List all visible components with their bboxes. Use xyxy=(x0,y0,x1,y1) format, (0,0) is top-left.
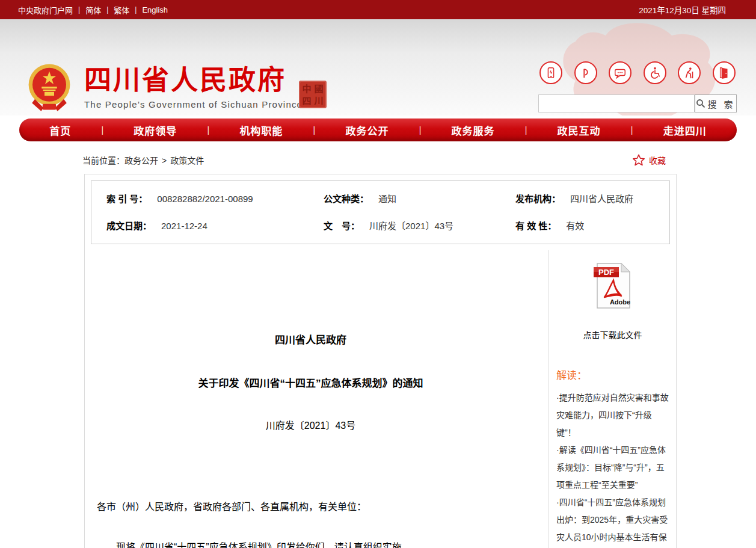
seal-char: 四 xyxy=(302,96,311,105)
meta-value: 川府发〔2021〕43号 xyxy=(369,219,453,232)
svg-text:PDF: PDF xyxy=(598,268,614,277)
separator: | xyxy=(106,5,108,14)
main-navigation: 首页 | 政府领导 | 机构职能 | 政务公开 | 政务服务 | 政民互动 | … xyxy=(19,119,737,141)
site-identity: 四川省人民政府 The People’s Government of Sichu… xyxy=(84,66,303,109)
meta-document-number: 文 号： 川府发〔2021〕43号 xyxy=(324,219,515,232)
elderly-mode-icon[interactable] xyxy=(678,61,701,84)
p-media-platform-icon[interactable] xyxy=(574,61,597,84)
nav-item-org-functions[interactable]: 机构职能 xyxy=(239,123,283,138)
pdf-download-link[interactable]: PDF Adobe xyxy=(556,262,669,312)
national-emblem-logo xyxy=(25,61,73,112)
breadcrumb: 当前位置：政务公开>政策文件 xyxy=(82,154,204,166)
separator: | xyxy=(419,125,422,135)
nav-item-about-sichuan[interactable]: 走进四川 xyxy=(663,123,707,138)
topbar-links: 中央政府门户网 | 简体 | 繁体 | English xyxy=(18,4,168,16)
favorite-button[interactable]: 收藏 xyxy=(632,153,666,167)
separator: | xyxy=(101,125,103,135)
separator: | xyxy=(313,125,316,135)
meta-label: 公文种类： xyxy=(324,192,369,205)
document-body: 四川省人民政府 关于印发《四川省“十四五”应急体系规划》的通知 川府发〔2021… xyxy=(85,250,549,548)
meta-value: 四川省人民政府 xyxy=(570,192,633,205)
meta-label: 发布机构： xyxy=(515,192,561,205)
site-title: 四川省人民政府 xyxy=(84,66,303,94)
interpretation-links: ·提升防范应对自然灾害和事故灾难能力，四川按下“升级键”！ ·解读《四川省“十四… xyxy=(556,389,669,548)
mobile-version-icon[interactable] xyxy=(539,61,562,84)
header-icon-row xyxy=(538,61,737,84)
meta-document-type: 公文种类： 通知 xyxy=(324,192,515,205)
meta-value: 008282882/2021-00899 xyxy=(157,194,253,204)
document-metadata-table: 索 引 号： 008282882/2021-00899 公文种类： 通知 发布机… xyxy=(91,180,670,244)
nav-item-home[interactable]: 首页 xyxy=(49,123,71,138)
meta-label: 成文日期： xyxy=(106,219,152,232)
download-file-label[interactable]: 点击下载此文件 xyxy=(556,328,669,340)
nav-item-gov-leaders[interactable]: 政府领导 xyxy=(134,123,177,138)
nav-item-gov-services[interactable]: 政务服务 xyxy=(452,123,495,138)
separator: | xyxy=(78,5,80,14)
document-sidebar: PDF Adobe 点击下载此文件 解读： ·提升防范应对自然灾害和事故灾难能力… xyxy=(549,250,676,548)
link-english[interactable]: English xyxy=(142,5,168,14)
document-org-title: 四川省人民政府 xyxy=(97,331,524,346)
interpretation-link[interactable]: ·四川省“十四五”应急体系规划出炉：到2025年，重大灾害受灾人员10小时内基本… xyxy=(556,494,669,548)
top-utility-bar: 中央政府门户网 | 简体 | 繁体 | English 2021年12月30日 … xyxy=(0,0,756,19)
meta-label: 有 效 性： xyxy=(515,219,556,232)
link-traditional-chinese[interactable]: 繁体 xyxy=(114,4,129,16)
accessibility-wheelchair-icon[interactable] xyxy=(644,61,666,84)
breadcrumb-label: 当前位置： xyxy=(82,156,124,165)
door-exit-icon[interactable] xyxy=(713,61,736,84)
breadcrumb-link-gov-disclosure[interactable]: 政务公开 xyxy=(124,156,158,165)
star-icon xyxy=(632,153,645,167)
site-header: 四川省人民政府 The People’s Government of Sichu… xyxy=(0,19,756,115)
separator: | xyxy=(631,125,633,135)
svg-text:Adobe: Adobe xyxy=(609,298,630,306)
document-number: 川府发〔2021〕43号 xyxy=(97,417,524,432)
meta-label: 文 号： xyxy=(324,219,360,232)
separator: | xyxy=(135,5,137,14)
document-title: 关于印发《四川省“十四五”应急体系规划》的通知 xyxy=(97,375,524,390)
meta-issue-date: 成文日期： 2021-12-24 xyxy=(91,219,324,232)
meta-validity: 有 效 性： 有效 xyxy=(515,219,669,232)
document-paragraph: 各市（州）人民政府，省政府各部门、各直属机构，有关单位： xyxy=(97,500,524,514)
meta-label: 索 引 号： xyxy=(106,192,147,205)
meta-value: 通知 xyxy=(378,192,396,205)
document-paragraph: 现将《四川省“十四五”应急体系规划》印发给你们，请认真组织实施。 xyxy=(97,541,524,548)
document-card: 索 引 号： 008282882/2021-00899 公文种类： 通知 发布机… xyxy=(84,174,677,548)
interpretation-link[interactable]: ·解读《四川省“十四五”应急体系规划》：目标“降”与“升”，五项重点工程“至关重… xyxy=(556,442,669,494)
link-central-gov-portal[interactable]: 中央政府门户网 xyxy=(18,4,73,16)
site-search: 搜 索 xyxy=(538,94,737,112)
breadcrumb-separator: > xyxy=(162,156,167,165)
interpretation-link[interactable]: ·提升防范应对自然灾害和事故灾难能力，四川按下“升级键”！ xyxy=(556,389,669,442)
seal-char: 國 xyxy=(314,84,323,93)
search-icon xyxy=(696,99,705,108)
interpretation-section-title: 解读： xyxy=(556,367,669,382)
site-subtitle-english: The People’s Government of Sichuan Provi… xyxy=(84,99,303,109)
seal-char: 中 xyxy=(302,84,311,93)
meta-value: 2021-12-24 xyxy=(161,221,207,231)
pdf-file-icon: PDF Adobe xyxy=(594,262,632,309)
search-button-label: 搜 索 xyxy=(707,97,735,110)
favorite-label: 收藏 xyxy=(649,154,666,166)
nav-item-public-interaction[interactable]: 政民互动 xyxy=(558,123,601,138)
link-simplified-chinese[interactable]: 简体 xyxy=(85,4,101,16)
search-input[interactable] xyxy=(538,94,695,112)
meta-value: 有效 xyxy=(566,219,584,232)
meta-index-number: 索 引 号： 008282882/2021-00899 xyxy=(91,192,324,205)
china-sichuan-seal: 中 國 四 川 xyxy=(299,81,327,108)
search-button[interactable]: 搜 索 xyxy=(695,94,737,112)
message-consult-icon[interactable] xyxy=(609,61,632,84)
separator: | xyxy=(525,125,527,135)
nav-item-gov-affairs-disclosure[interactable]: 政务公开 xyxy=(345,123,389,138)
meta-issuing-agency: 发布机构： 四川省人民政府 xyxy=(515,192,669,205)
seal-char: 川 xyxy=(314,96,323,105)
separator: | xyxy=(207,125,210,135)
current-date: 2021年12月30日 星期四 xyxy=(639,4,738,16)
breadcrumb-current-policy-documents[interactable]: 政策文件 xyxy=(170,156,204,165)
